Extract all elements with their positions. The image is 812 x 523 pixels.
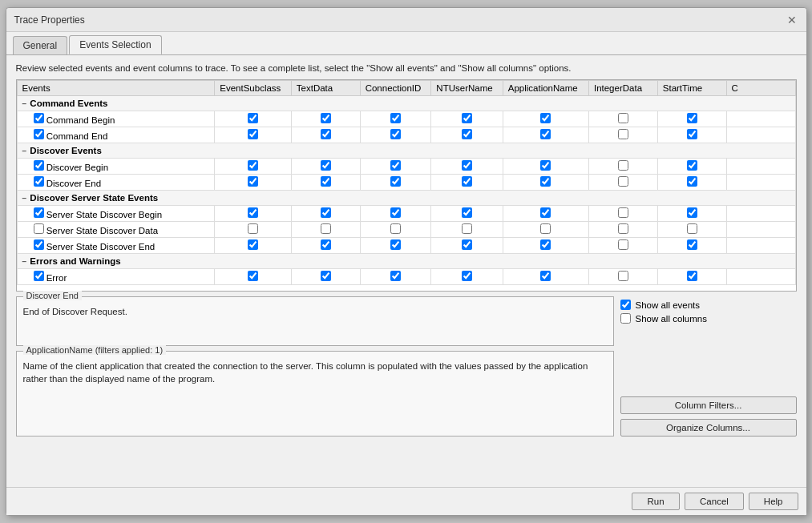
- show-all-events-checkbox[interactable]: [620, 300, 631, 310]
- col-checkbox[interactable]: [462, 160, 472, 171]
- show-all-columns-row: Show all columns: [620, 313, 797, 324]
- event-row-checkbox[interactable]: [34, 176, 44, 187]
- col-checkbox[interactable]: [462, 176, 472, 187]
- event-col-cell-last: [726, 206, 795, 222]
- col-checkbox[interactable]: [687, 176, 697, 187]
- event-col-cell: [360, 206, 431, 222]
- event-col-cell: [215, 222, 292, 238]
- event-col-cell-last: [726, 175, 795, 191]
- col-checkbox[interactable]: [248, 160, 258, 171]
- col-checkbox[interactable]: [540, 176, 551, 187]
- group-collapse-icon[interactable]: −: [22, 99, 27, 108]
- col-checkbox[interactable]: [618, 176, 628, 187]
- organize-columns-button[interactable]: Organize Columns...: [620, 419, 797, 437]
- event-row-checkbox[interactable]: [34, 129, 44, 139]
- col-checkbox[interactable]: [390, 223, 401, 234]
- col-checkbox[interactable]: [462, 207, 472, 218]
- col-checkbox[interactable]: [248, 239, 258, 250]
- event-row-checkbox[interactable]: [34, 113, 44, 123]
- col-checkbox[interactable]: [321, 176, 331, 187]
- col-checkbox[interactable]: [390, 239, 401, 250]
- col-checkbox[interactable]: [687, 207, 697, 218]
- event-col-cell: [360, 222, 431, 238]
- application-name-content: Name of the client application that crea…: [23, 360, 607, 385]
- col-checkbox[interactable]: [540, 271, 551, 281]
- col-checkbox[interactable]: [321, 239, 331, 250]
- col-checkbox[interactable]: [390, 271, 401, 281]
- col-checkbox[interactable]: [321, 271, 331, 281]
- col-checkbox[interactable]: [248, 271, 258, 281]
- event-col-cell: [657, 222, 726, 238]
- col-checkbox[interactable]: [687, 160, 697, 171]
- col-checkbox[interactable]: [462, 113, 472, 123]
- col-checkbox[interactable]: [618, 239, 628, 250]
- event-col-cell: [431, 175, 503, 191]
- col-checkbox[interactable]: [540, 129, 551, 139]
- col-checkbox[interactable]: [618, 113, 628, 123]
- col-checkbox[interactable]: [462, 223, 472, 234]
- event-col-cell: [291, 175, 360, 191]
- cancel-button[interactable]: Cancel: [685, 493, 744, 510]
- col-checkbox[interactable]: [618, 160, 628, 171]
- group-collapse-icon[interactable]: −: [22, 257, 27, 266]
- col-checkbox[interactable]: [687, 239, 697, 250]
- column-filters-button[interactable]: Column Filters...: [620, 396, 797, 414]
- tab-events-selection[interactable]: Events Selection: [69, 35, 161, 54]
- event-col-cell: [360, 238, 431, 254]
- group-collapse-icon[interactable]: −: [22, 147, 27, 155]
- tab-general[interactable]: General: [13, 36, 68, 54]
- col-checkbox[interactable]: [540, 113, 551, 123]
- event-col-cell-last: [726, 222, 795, 238]
- event-col-cell: [215, 159, 292, 175]
- col-checkbox[interactable]: [462, 271, 472, 281]
- event-col-cell: [291, 206, 360, 222]
- col-checkbox[interactable]: [248, 207, 258, 218]
- run-button[interactable]: Run: [632, 493, 680, 510]
- col-checkbox[interactable]: [321, 160, 331, 171]
- help-button[interactable]: Help: [749, 493, 798, 510]
- col-checkbox[interactable]: [321, 113, 331, 123]
- col-checkbox[interactable]: [390, 113, 401, 123]
- group-collapse-icon[interactable]: −: [22, 194, 27, 203]
- col-checkbox[interactable]: [687, 223, 697, 234]
- col-checkbox[interactable]: [248, 113, 258, 123]
- event-row-checkbox[interactable]: [34, 223, 44, 234]
- show-all-columns-checkbox[interactable]: [620, 313, 631, 324]
- events-table-wrapper[interactable]: Events EventSubclass TextData Connection…: [16, 79, 797, 292]
- col-checkbox[interactable]: [540, 207, 551, 218]
- col-checkbox[interactable]: [687, 271, 697, 281]
- close-button[interactable]: ✕: [786, 14, 798, 26]
- col-checkbox[interactable]: [390, 160, 401, 171]
- col-checkbox[interactable]: [390, 129, 401, 139]
- event-col-cell: [657, 175, 726, 191]
- col-checkbox[interactable]: [321, 207, 331, 218]
- col-checkbox[interactable]: [618, 129, 628, 139]
- table-row: Command Begin: [17, 111, 795, 127]
- event-row-checkbox[interactable]: [34, 207, 44, 218]
- col-checkbox[interactable]: [540, 223, 551, 234]
- col-checkbox[interactable]: [540, 160, 551, 171]
- tabs-row: General Events Selection: [6, 32, 806, 55]
- col-checkbox[interactable]: [248, 223, 258, 234]
- col-checkbox[interactable]: [618, 207, 628, 218]
- col-checkbox[interactable]: [321, 223, 331, 234]
- col-checkbox[interactable]: [618, 223, 628, 234]
- col-checkbox[interactable]: [321, 129, 331, 139]
- col-checkbox[interactable]: [390, 207, 401, 218]
- event-col-cell: [588, 238, 657, 254]
- col-checkbox[interactable]: [687, 129, 697, 139]
- event-row-checkbox[interactable]: [34, 160, 44, 171]
- col-checkbox[interactable]: [540, 239, 551, 250]
- col-checkbox[interactable]: [462, 239, 472, 250]
- col-checkbox[interactable]: [248, 176, 258, 187]
- title-bar: Trace Properties ✕: [6, 8, 806, 32]
- col-checkbox[interactable]: [618, 271, 628, 281]
- event-row-checkbox[interactable]: [34, 239, 44, 250]
- col-header-integerdata: IntegerData: [588, 81, 657, 96]
- col-checkbox[interactable]: [390, 176, 401, 187]
- col-checkbox[interactable]: [462, 129, 472, 139]
- event-row-checkbox[interactable]: [34, 271, 44, 281]
- col-checkbox[interactable]: [248, 129, 258, 139]
- show-all-events-row: Show all events: [620, 300, 797, 310]
- col-checkbox[interactable]: [687, 113, 697, 123]
